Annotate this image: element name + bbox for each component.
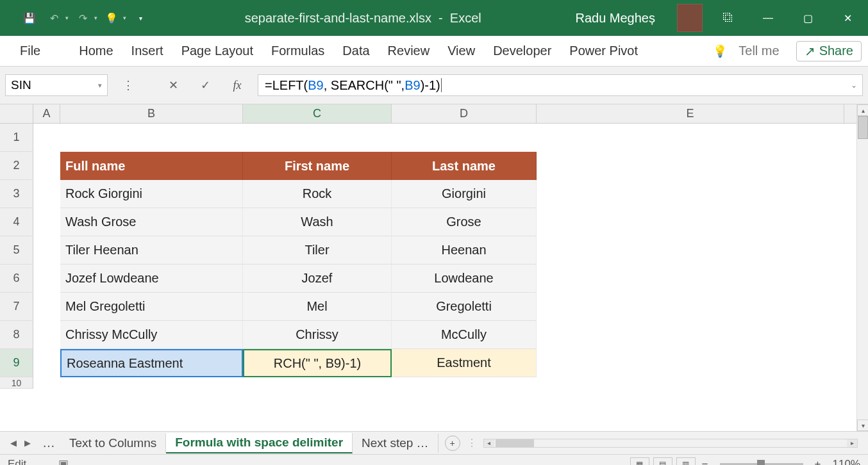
col-header-A[interactable]: A: [33, 104, 60, 123]
share-button[interactable]: ↗ Share: [796, 41, 862, 61]
name-box[interactable]: SIN ▾: [5, 74, 108, 96]
ideas-icon[interactable]: 💡: [101, 8, 122, 28]
undo-icon[interactable]: ↶: [44, 8, 64, 28]
tab-review[interactable]: Review: [383, 42, 435, 60]
cell[interactable]: [537, 208, 844, 236]
horizontal-scrollbar[interactable]: ◂ ▸: [483, 439, 858, 448]
cell[interactable]: [537, 293, 844, 321]
scroll-up-icon[interactable]: ▴: [857, 104, 868, 116]
account-user[interactable]: Radu Megheș: [575, 11, 655, 26]
tab-home[interactable]: Home: [74, 42, 117, 60]
cell-full-name[interactable]: Jozef Lowdeane: [60, 265, 243, 293]
sheet-tab-text-to-columns[interactable]: Text to Columns: [60, 434, 166, 453]
tab-view[interactable]: View: [443, 42, 480, 60]
cell-last-name[interactable]: Gregoletti: [392, 293, 537, 321]
cell[interactable]: [33, 236, 60, 265]
cell[interactable]: [537, 124, 844, 152]
avatar[interactable]: [677, 4, 703, 32]
cell-full-name[interactable]: Tiler Heenan: [60, 236, 243, 265]
cell[interactable]: [33, 293, 60, 321]
cell-last-name[interactable]: Heenan: [392, 236, 537, 265]
zoom-in-button[interactable]: +: [812, 458, 824, 466]
row-header-3[interactable]: 3: [0, 180, 33, 208]
row-header-6[interactable]: 6: [0, 265, 33, 293]
cell-full-name[interactable]: Rock Giorgini: [60, 180, 243, 208]
vertical-scrollbar[interactable]: ▴ ▾: [856, 104, 868, 431]
cell-last-name[interactable]: Giorgini: [392, 180, 537, 208]
cell[interactable]: [537, 152, 844, 180]
cell[interactable]: [33, 321, 60, 349]
cell[interactable]: [392, 124, 537, 152]
maximize-icon[interactable]: ▢: [794, 5, 822, 31]
tab-developer[interactable]: Developer: [488, 42, 556, 60]
cell[interactable]: [537, 180, 844, 208]
tab-formulas[interactable]: Formulas: [267, 42, 329, 60]
cell-c9-editing[interactable]: RCH(" ", B9)-1): [243, 349, 392, 377]
col-header-B[interactable]: B: [60, 104, 243, 123]
close-icon[interactable]: ✕: [833, 5, 862, 31]
row-header-7[interactable]: 7: [0, 293, 33, 321]
tab-power-pivot[interactable]: Power Pivot: [565, 42, 642, 60]
tab-nav-prev-icon[interactable]: ◀: [8, 438, 19, 448]
cell-full-name[interactable]: Chrissy McCully: [60, 321, 243, 349]
cell-full-name[interactable]: Wash Grose: [60, 208, 243, 236]
cell-first-name[interactable]: Mel: [243, 293, 392, 321]
row-header-2[interactable]: 2: [0, 152, 33, 180]
cell-last-name[interactable]: Lowdeane: [392, 265, 537, 293]
new-sheet-button[interactable]: +: [445, 436, 460, 451]
cell[interactable]: [243, 124, 392, 152]
select-all-cell[interactable]: [0, 104, 33, 123]
zoom-out-button[interactable]: −: [699, 458, 711, 466]
enter-icon[interactable]: ✓: [194, 75, 217, 95]
sheet-tab-next-step[interactable]: Next step …: [353, 434, 438, 453]
macro-recording-icon[interactable]: ▣: [58, 457, 69, 465]
redo-icon[interactable]: ↷: [72, 8, 93, 28]
cell-first-name[interactable]: Wash: [243, 208, 392, 236]
col-header-D[interactable]: D: [392, 104, 537, 123]
header-first-name[interactable]: First name: [243, 152, 392, 180]
cell-last-name[interactable]: Grose: [392, 208, 537, 236]
formula-input[interactable]: =LEFT(B9, SEARCH(" ", B9)-1) ⌄: [258, 74, 863, 96]
cell-first-name[interactable]: Jozef: [243, 265, 392, 293]
col-header-C[interactable]: C: [243, 104, 392, 123]
scroll-thumb[interactable]: [858, 116, 868, 139]
cell[interactable]: [537, 349, 844, 377]
cell-last-name[interactable]: Eastment: [392, 349, 537, 377]
cell-first-name[interactable]: Chrissy: [243, 321, 392, 349]
page-layout-view-icon[interactable]: ▤: [653, 457, 672, 466]
tab-nav-next-icon[interactable]: ▶: [22, 438, 33, 448]
tab-file[interactable]: File: [15, 42, 45, 60]
cancel-icon[interactable]: ✕: [162, 75, 185, 95]
cell-first-name[interactable]: Rock: [243, 180, 392, 208]
cell[interactable]: [33, 124, 60, 152]
qat-customize-icon[interactable]: ▾: [130, 8, 151, 28]
minimize-icon[interactable]: —: [754, 5, 782, 31]
tab-insert[interactable]: Insert: [127, 42, 168, 60]
dialog-launcher-icon[interactable]: ⋮: [117, 75, 140, 95]
cell[interactable]: [537, 265, 844, 293]
sheet-tab-formula-space-delimiter[interactable]: Formula with space delimiter: [166, 433, 353, 453]
row-header-8[interactable]: 8: [0, 321, 33, 349]
header-last-name[interactable]: Last name: [392, 152, 537, 180]
cell-full-name[interactable]: Mel Gregoletti: [60, 293, 243, 321]
chevron-down-icon[interactable]: ▾: [98, 81, 102, 90]
tell-me-search[interactable]: Tell me: [739, 44, 779, 58]
zoom-level[interactable]: 110%: [833, 458, 860, 466]
row-header-5[interactable]: 5: [0, 236, 33, 265]
scroll-down-icon[interactable]: ▾: [857, 420, 868, 431]
ribbon-display-options-icon[interactable]: ⿻: [714, 5, 742, 31]
hidden-tabs-indicator[interactable]: …: [37, 436, 60, 450]
save-icon[interactable]: 💾: [19, 8, 40, 28]
normal-view-icon[interactable]: ▦: [630, 457, 649, 466]
tab-page-layout[interactable]: Page Layout: [177, 42, 258, 60]
zoom-slider[interactable]: [720, 463, 803, 466]
cell[interactable]: [60, 124, 243, 152]
cell-last-name[interactable]: McCully: [392, 321, 537, 349]
fx-icon[interactable]: fx: [226, 75, 249, 95]
cell[interactable]: [537, 321, 844, 349]
row-header-4[interactable]: 4: [0, 208, 33, 236]
row-header-9[interactable]: 9: [0, 349, 33, 377]
cell[interactable]: [33, 152, 60, 180]
hscroll-thumb[interactable]: [496, 439, 534, 447]
tab-data[interactable]: Data: [338, 42, 374, 60]
